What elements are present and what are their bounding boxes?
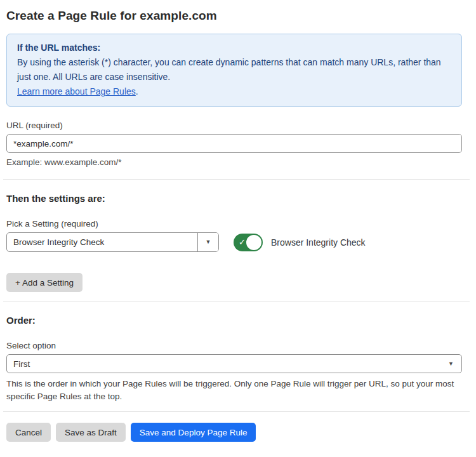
setting-dropdown[interactable]: Browser Integrity Check ▼: [6, 232, 219, 252]
info-box-heading: If the URL matches:: [17, 41, 451, 55]
select-option-label: Select option: [6, 341, 462, 350]
toggle-knob: [246, 235, 261, 250]
cancel-button[interactable]: Cancel: [6, 423, 51, 442]
check-icon: ✓: [239, 238, 246, 246]
learn-more-link[interactable]: Learn more about Page Rules: [17, 86, 136, 96]
link-suffix: .: [136, 86, 138, 96]
divider: [3, 179, 470, 180]
browser-integrity-toggle-group: ✓ Browser Integrity Check: [234, 234, 366, 251]
setting-row: Browser Integrity Check ▼ ✓ Browser Inte…: [6, 232, 462, 252]
chevron-down-icon: ▼: [206, 239, 211, 245]
footer-actions: Cancel Save as Draft Save and Deploy Pag…: [6, 423, 462, 442]
chevron-down-icon: ▼: [448, 361, 454, 367]
settings-section-heading: Then the settings are:: [6, 193, 462, 204]
page-title: Create a Page Rule for example.com: [6, 9, 462, 23]
setting-dropdown-arrow-button[interactable]: ▼: [197, 233, 218, 251]
info-box-link-line: Learn more about Page Rules.: [17, 84, 451, 99]
create-page-rule-form: Create a Page Rule for example.com If th…: [0, 9, 476, 442]
order-select[interactable]: First ▼: [6, 354, 462, 373]
order-section-heading: Order:: [6, 315, 462, 326]
url-input[interactable]: [6, 134, 462, 153]
toggle-label: Browser Integrity Check: [271, 237, 366, 248]
url-matches-info-box: If the URL matches: By using the asteris…: [6, 34, 462, 107]
browser-integrity-toggle[interactable]: ✓: [234, 234, 263, 251]
add-setting-button[interactable]: + Add a Setting: [6, 273, 83, 292]
order-select-value: First: [13, 359, 448, 369]
url-example-text: Example: www.example.com/*: [6, 157, 462, 167]
info-box-body: By using the asterisk (*) character, you…: [17, 55, 451, 84]
save-as-draft-button[interactable]: Save as Draft: [56, 423, 126, 442]
divider: [3, 411, 470, 412]
pick-setting-label: Pick a Setting (required): [6, 219, 462, 228]
order-help-text: This is the order in which your Page Rul…: [6, 378, 462, 403]
save-and-deploy-button[interactable]: Save and Deploy Page Rule: [131, 423, 256, 442]
url-label: URL (required): [6, 121, 462, 130]
setting-dropdown-value: Browser Integrity Check: [7, 233, 197, 251]
divider: [3, 301, 470, 301]
